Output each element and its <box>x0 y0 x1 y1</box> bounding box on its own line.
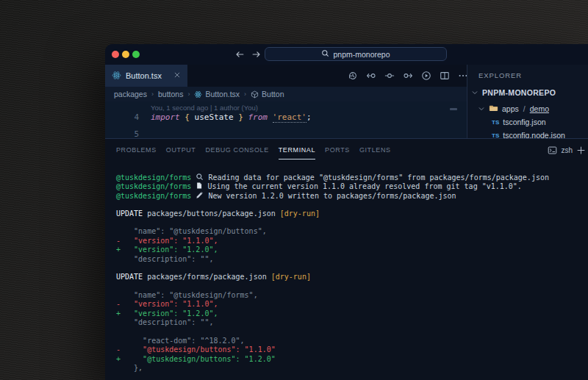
terminal-line <box>116 282 588 291</box>
text-segment: @tuskdesign/forms <box>116 192 196 200</box>
tab-terminal[interactable]: TERMINAL <box>279 146 315 154</box>
text-segment: New version 1.2.0 written to packages/fo… <box>204 192 456 200</box>
text-segment: + "version": "1.2.0", <box>116 245 218 254</box>
text-segment: Reading data for package "@tuskdesign/fo… <box>204 173 549 182</box>
open-changes-icon[interactable] <box>384 71 395 81</box>
terminal-line: - "@tuskdesign/buttons": "1.1.0" <box>116 345 588 354</box>
split-editor-icon[interactable] <box>440 71 450 81</box>
search-value: pnpm-monorepo <box>333 50 390 59</box>
code-line: import { useState } from 'react'; <box>151 112 312 122</box>
close-tab-icon[interactable] <box>173 71 181 80</box>
terminal-line: + "version": "1.2.0", <box>116 309 588 318</box>
folder-icon <box>489 104 498 114</box>
previous-change-icon[interactable] <box>366 71 376 81</box>
code-editor[interactable]: You, 1 second ago | 1 author (You) 4 imp… <box>105 101 467 138</box>
typescript-icon: TS <box>492 132 499 139</box>
tab-ports[interactable]: PORTS <box>325 146 350 154</box>
search-icon <box>196 173 204 182</box>
react-icon <box>194 90 202 98</box>
line-number: 5 <box>120 129 139 138</box>
text-segment: UPDATE <box>116 273 143 281</box>
minimap[interactable] <box>450 108 457 110</box>
forward-arrow-icon[interactable] <box>251 49 262 60</box>
pencil-icon <box>196 192 204 200</box>
chevron-down-icon <box>471 89 478 96</box>
terminal-line: "react-dom": "^18.2.0", <box>116 337 588 345</box>
search-icon <box>321 49 329 59</box>
text-segment: ; <box>306 112 312 122</box>
text-segment: packages/buttons/package.json <box>143 209 280 218</box>
terminal-line: UPDATE packages/buttons/package.json [dr… <box>116 209 588 218</box>
line-number: 4 <box>120 112 139 122</box>
terminal-line: @tuskdesign/forms Using the current vers… <box>116 182 588 190</box>
text-segment: } <box>234 112 243 122</box>
text-segment: - "version": "1.1.0", <box>116 237 218 245</box>
text-segment: - "@tuskdesign/buttons": "1.1.0" <box>116 345 276 354</box>
tab-output[interactable]: OUTPUT <box>166 146 196 154</box>
chevron-right-icon: › <box>151 90 154 98</box>
explorer-root-folder[interactable]: PNPM-MONOREPO <box>471 87 556 98</box>
terminal-line: "description": "", <box>116 318 588 327</box>
terminal-line: UPDATE packages/forms/package.json [dry-… <box>116 273 588 282</box>
breadcrumb-file[interactable]: Button.tsx <box>194 90 240 98</box>
text-segment: "name": "@tuskdesign/buttons", <box>116 227 267 235</box>
editor-tab-bar: Button.tsx <box>105 65 467 87</box>
text-segment: from <box>243 112 273 122</box>
symbol-cube-icon <box>251 90 259 98</box>
zoom-window-button[interactable] <box>132 51 140 58</box>
text-segment: @tuskdesign/forms <box>116 173 196 182</box>
close-window-button[interactable] <box>112 51 119 58</box>
file-icon <box>196 182 203 190</box>
text-segment: [dry-run] <box>271 273 311 281</box>
breadcrumb-symbol[interactable]: Button <box>251 90 284 98</box>
tab-gitlens[interactable]: GITLENS <box>359 146 391 154</box>
window-controls <box>112 51 140 58</box>
text-segment: "react-dom": "^18.2.0", <box>116 337 245 345</box>
breadcrumb-packages[interactable]: packages <box>114 90 147 98</box>
shell-selector[interactable]: zsh <box>561 146 573 154</box>
terminal-output[interactable]: @tuskdesign/forms Reading data for packa… <box>116 173 588 373</box>
tab-problems[interactable]: PROBLEMS <box>116 146 157 154</box>
explorer-item-tsconfig-json[interactable]: TS tsconfig.json <box>492 116 546 128</box>
terminal-line: @tuskdesign/forms New version 1.2.0 writ… <box>116 191 588 200</box>
text-segment: + "version": "1.2.0", <box>116 309 218 318</box>
terminal-line <box>116 218 588 227</box>
text-segment: useState <box>195 112 234 122</box>
text-segment: }, <box>116 364 143 372</box>
terminal-line: - "version": "1.1.0", <box>116 237 588 245</box>
terminal-line <box>116 328 588 337</box>
new-terminal-icon[interactable] <box>576 146 586 155</box>
terminal-line: @tuskdesign/forms Reading data for packa… <box>116 173 588 182</box>
react-icon <box>112 71 121 82</box>
back-arrow-icon[interactable] <box>234 49 245 60</box>
explorer-item-tsconfig-node-json[interactable]: TS tsconfig.node.json <box>492 129 565 138</box>
tab-button-tsx[interactable]: Button.tsx <box>105 65 187 87</box>
vscode-window: pnpm-monorepo Button.tsx packages › butt… <box>105 44 588 380</box>
timeline-icon[interactable] <box>348 71 358 81</box>
git-blame-annotation: You, 1 second ago | 1 author (You) <box>151 104 258 112</box>
typescript-icon: TS <box>492 119 499 126</box>
text-segment: "name": "@tuskdesign/forms", <box>116 291 258 299</box>
terminal-line: "name": "@tuskdesign/forms", <box>116 291 588 300</box>
terminal-line <box>116 264 588 273</box>
run-file-icon[interactable] <box>421 71 431 81</box>
tab-debug-console[interactable]: DEBUG CONSOLE <box>205 146 268 154</box>
title-bar: pnpm-monorepo <box>105 44 588 65</box>
minimize-window-button[interactable] <box>122 51 129 58</box>
text-segment: import <box>151 112 184 122</box>
breadcrumb-buttons[interactable]: buttons <box>158 90 183 98</box>
breadcrumb: packages › buttons › Button.tsx › Button <box>105 87 467 101</box>
tab-label: Button.tsx <box>126 71 162 80</box>
text-segment: [dry-run] <box>280 209 320 218</box>
explorer-header: EXPLORER <box>478 71 522 79</box>
terminal-line: }, <box>116 364 588 373</box>
text-segment: 'react' <box>273 112 306 123</box>
text-segment: { <box>184 112 194 122</box>
chevron-right-icon: › <box>187 90 190 98</box>
terminal-shell-icon <box>548 146 557 155</box>
next-change-icon[interactable] <box>403 71 413 81</box>
terminal-line: "description": "", <box>116 255 588 264</box>
explorer-item-apps-demo[interactable]: apps/demo <box>478 103 549 115</box>
command-center-search[interactable]: pnpm-monorepo <box>265 47 447 61</box>
explorer-sidebar: EXPLORER PNPM-MONOREPO apps/demo TS tsco… <box>467 65 588 138</box>
